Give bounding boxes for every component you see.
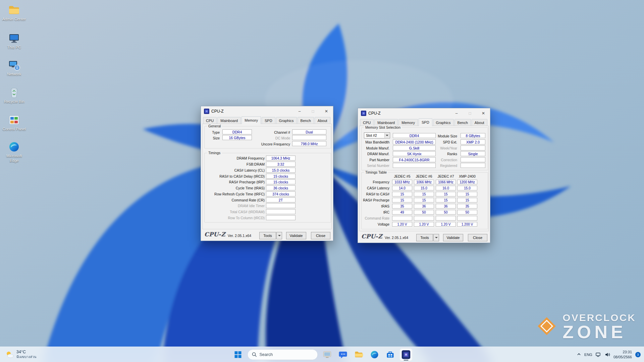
weather-widget[interactable]: 34°C มีเมฆบางส่วน <box>2 347 40 362</box>
desktop-icon-recycle-bin[interactable]: Recycle Bin <box>1 86 27 104</box>
table-row-label: RAS# Precharge <box>361 198 389 202</box>
tools-dropdown-button[interactable] <box>433 234 439 241</box>
notification-badge[interactable]: 3 <box>635 352 641 357</box>
tab-bench[interactable]: Bench <box>298 117 314 124</box>
table-row-label: CAS# Latency <box>361 186 389 190</box>
title-bar[interactable]: CPU-Z – □ ✕ <box>358 108 490 118</box>
search-box[interactable]: Search <box>248 349 318 360</box>
registered-value <box>461 163 485 168</box>
icon-label: This PC <box>7 45 21 50</box>
table-cell: 15 <box>457 198 477 202</box>
close-button[interactable]: ✕ <box>477 108 490 118</box>
tab-cpu[interactable]: CPU <box>203 117 217 124</box>
type-label: Type <box>204 130 220 134</box>
tools-dropdown-button[interactable] <box>276 232 282 239</box>
timing-value: 1064.3 MHz <box>266 156 296 161</box>
group-legend: Timings Table <box>364 170 388 174</box>
tab-cpu[interactable]: CPU <box>360 119 374 126</box>
table-cell: 1.20 V <box>414 222 434 227</box>
cpuz-icon <box>402 350 411 359</box>
cpuz-memory-window: CPU-Z – □ ✕ CPU Mainboard Memory SPD Gra… <box>201 106 333 241</box>
minimize-button[interactable]: – <box>293 106 306 116</box>
taskbar-app-window[interactable] <box>321 348 334 361</box>
selected-slot: Slot #2 <box>366 133 377 137</box>
chevron-up-icon <box>577 353 581 356</box>
taskbar-store[interactable] <box>384 348 397 361</box>
taskbar-file-explorer[interactable] <box>353 348 365 361</box>
ranks-value: Single <box>461 151 485 156</box>
tab-mainboard[interactable]: Mainboard <box>217 117 241 124</box>
store-icon <box>386 350 395 359</box>
edge-icon <box>8 141 20 153</box>
search-placeholder: Search <box>260 352 273 357</box>
table-cell <box>436 216 456 221</box>
title-bar[interactable]: CPU-Z – □ ✕ <box>201 106 333 116</box>
desktop-icon-microsoft-edge[interactable]: Microsoft Edge <box>1 141 27 163</box>
tab-graphics[interactable]: Graphics <box>433 119 454 126</box>
tab-memory[interactable]: Memory <box>241 116 261 124</box>
table-cell: 1.20 V <box>392 222 412 227</box>
module-manuf-value: G.Skill <box>393 145 436 150</box>
tab-graphics[interactable]: Graphics <box>276 117 297 124</box>
table-cell <box>414 216 434 221</box>
taskbar-edge[interactable] <box>368 348 381 361</box>
tab-bar: CPU Mainboard Memory SPD Graphics Bench … <box>203 116 331 124</box>
taskbar-cpuz-active[interactable] <box>400 348 413 361</box>
tab-bench[interactable]: Bench <box>454 119 471 126</box>
table-cell: 50 <box>457 210 477 215</box>
desktop-icon-control-panel[interactable]: Control Panel <box>1 114 27 132</box>
network-icon[interactable] <box>596 352 601 357</box>
maximize-button[interactable]: □ <box>306 106 320 116</box>
validate-button[interactable]: Validate <box>443 234 463 241</box>
desktop-icon-this-pc[interactable]: This PC <box>1 32 27 50</box>
close-button[interactable]: ✕ <box>320 106 333 116</box>
tools-button[interactable]: Tools <box>259 232 276 239</box>
channel-value: Dual <box>292 129 326 134</box>
volume-icon[interactable] <box>605 352 610 357</box>
tab-about[interactable]: About <box>315 117 330 124</box>
tray-overflow-chevron[interactable] <box>577 352 581 357</box>
timing-value <box>266 209 296 214</box>
tab-memory[interactable]: Memory <box>398 119 418 126</box>
taskbar-chat[interactable] <box>337 348 350 361</box>
tab-spd[interactable]: SPD <box>419 118 432 126</box>
network-icon <box>8 59 20 71</box>
desktop-icon-network[interactable]: Network <box>1 59 27 77</box>
memory-slot-select[interactable]: Slot #2 <box>364 132 390 138</box>
overclockzone-watermark: OVERCLOCK ZONE <box>536 312 636 341</box>
timing-label: DRAM Frequency <box>204 156 265 160</box>
clock[interactable]: 23:31 08/05/2566 <box>613 350 632 359</box>
table-cell: 15 <box>392 198 412 202</box>
timing-label: FSB:DRAM <box>204 162 265 166</box>
start-button[interactable] <box>232 348 245 361</box>
maximize-button[interactable]: □ <box>463 108 477 118</box>
language-indicator[interactable]: ENG <box>584 353 592 357</box>
weather-temp: 34°C <box>16 350 36 354</box>
table-cell: 1200 MHz <box>457 180 477 184</box>
tools-button[interactable]: Tools <box>416 234 433 241</box>
icon-label: Recycle Bin <box>4 100 24 104</box>
validate-button[interactable]: Validate <box>286 232 306 239</box>
folder-icon <box>8 4 20 16</box>
desktop-icon-admin-center[interactable]: Admin Center <box>1 4 27 22</box>
table-cell <box>392 216 412 221</box>
minimize-button[interactable]: – <box>450 108 463 118</box>
timing-label: CAS# Latency (CL) <box>204 168 265 172</box>
version-text: Ver. 2.05.1.x64 <box>385 236 408 240</box>
taskbar: 34°C มีเมฆบางส่วน Search <box>0 347 644 362</box>
tab-spd[interactable]: SPD <box>262 117 275 124</box>
table-cell: 1.200 V <box>457 222 477 227</box>
uncore-frequency-label: Uncore Frequency <box>251 142 290 146</box>
tab-about[interactable]: About <box>472 119 487 126</box>
table-cell: 50 <box>436 210 456 215</box>
close-window-button[interactable]: Close <box>468 234 487 241</box>
windows-logo-icon <box>234 351 242 358</box>
tab-mainboard[interactable]: Mainboard <box>374 119 398 126</box>
table-cell: 36 <box>414 204 434 208</box>
close-window-button[interactable]: Close <box>311 232 330 239</box>
timing-label: RAS# Precharge (tRP) <box>204 180 265 184</box>
table-cell: 50 <box>414 210 434 215</box>
app-window-icon <box>323 350 332 359</box>
column-header: JEDEC #6 <box>414 174 434 178</box>
group-legend: General <box>207 124 222 128</box>
